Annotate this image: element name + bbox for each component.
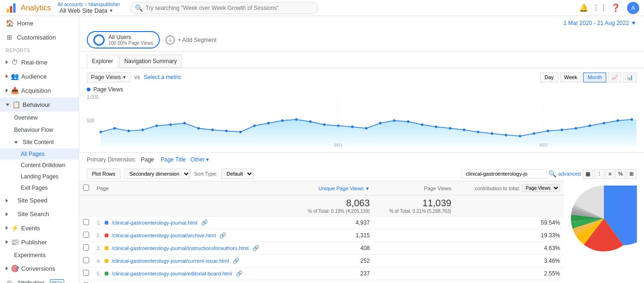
account-avatar[interactable]: A [627,2,639,14]
page-link[interactable]: /clinical-gastroenterology-journal.html [112,220,198,226]
plot-rows-button[interactable]: Plot Rows [87,169,121,179]
svg-point-41 [631,118,633,121]
search-input[interactable] [146,5,313,11]
sidebar-item-site-search[interactable]: Site Search [0,207,79,221]
metric-selector[interactable]: Page Views ▼ [87,72,131,82]
views-cell [373,267,455,280]
select-all-checkbox[interactable] [83,185,89,191]
row-checkbox[interactable] [83,219,89,225]
sidebar-item-behaviour-flow[interactable]: Behaviour Flow [0,124,79,136]
dim-page-title[interactable]: Page Title [159,155,188,164]
behaviour-icon: 📋 [12,101,20,108]
metric-label: Page Views [91,74,121,81]
page-link[interactable]: /clinical-gastroenterology-journal/curre… [112,258,229,264]
help-icon[interactable]: ❓ [611,3,620,13]
unique-views-cell: 408 [292,242,373,255]
svg-point-34 [533,132,535,135]
percent-view-button[interactable]: % [615,169,626,179]
week-button[interactable]: Week [560,73,582,82]
bar-chart-button[interactable]: 📊 [623,73,636,82]
external-link-icon[interactable]: 🔗 [201,219,208,226]
row-checkbox[interactable] [83,244,89,251]
dim-page[interactable]: Page [139,155,156,164]
views-cell [373,255,455,267]
sidebar-item-acquisition[interactable]: 📥 Acquisition [0,83,79,97]
sidebar-item-home[interactable]: 🏠 Home [0,16,79,30]
table-search-input[interactable] [462,169,546,178]
date-range-chevron[interactable]: ▼ [631,20,636,26]
advanced-link[interactable]: advanced [558,171,581,177]
line-chart-button[interactable]: 📈 [608,73,621,82]
sidebar-item-site-content[interactable]: Site Content [0,136,79,148]
sidebar-item-customisation[interactable]: ⊞ Customisation [0,30,79,44]
grid-view-button[interactable]: ▦ [583,169,593,179]
all-users-segment[interactable]: All Users 100.00% Page Views [87,31,160,49]
acquisition-label: Acquisition [21,87,51,94]
select-metric-link[interactable]: Select a metric [144,74,181,81]
chart-metric-label: Page Views [93,86,123,93]
sidebar-item-experiments[interactable]: Experiments [0,249,79,261]
comparison-view-button[interactable]: ⋮ [594,169,605,179]
day-button[interactable]: Day [540,73,558,82]
sidebar-item-audience[interactable]: 👥 Audience [0,69,79,83]
sidebar-item-overview[interactable]: Overview [0,112,79,124]
sidebar-item-conversions[interactable]: 🎯 Conversions [0,261,79,275]
tab-explorer[interactable]: Explorer [87,55,118,68]
contribution-metric-select[interactable]: Page Views [522,184,560,192]
sidebar-item-attribution[interactable]: ◎ Attribution BETA [0,275,79,283]
sidebar-item-behaviour[interactable]: 📋 Behaviour [0,97,79,112]
property-selector[interactable]: All Web Site Data ▼ [59,7,120,14]
notifications-icon[interactable]: 🔔 [579,3,588,13]
pivot-view-button[interactable]: ≡ [606,169,614,179]
lifecycle-view-button[interactable]: ⊞ [627,169,636,179]
svg-point-31 [491,132,493,135]
events-label: Events [21,225,40,232]
month-button[interactable]: Month [583,73,606,82]
apps-icon[interactable]: ⋮⋮ [595,3,604,13]
external-link-icon[interactable]: 🔗 [232,258,239,264]
dim-other[interactable]: Other ▾ [190,156,209,163]
add-segment-button[interactable]: + + Add Segment [165,35,216,45]
sort-select[interactable]: Default [221,169,254,179]
logo: Analytics [5,1,51,15]
page-views-header[interactable]: Page Views [373,181,455,195]
external-link-icon[interactable]: 🔗 [252,245,259,251]
expand-icon [6,212,8,216]
sidebar-item-site-speed[interactable]: Site Speed [0,194,79,207]
sidebar-item-content-drilldown[interactable]: Content Drilldown [0,160,79,171]
row-checkbox[interactable] [83,257,89,263]
unique-page-views-header[interactable]: Unique Page Views ▼ [292,181,373,195]
conversions-label: Conversions [21,265,55,272]
tab-navigation-summary[interactable]: Navigation Summary [119,55,182,68]
svg-text:2022: 2022 [539,143,548,146]
sort-arrow: ▼ [365,186,370,191]
sidebar-item-events[interactable]: ⚡ Events [0,221,79,235]
search-bar[interactable]: 🔍 [130,2,318,14]
site-content-label: Site Content [23,139,54,146]
row-checkbox[interactable] [83,232,89,238]
row-checkbox[interactable] [83,270,89,276]
attribution-icon: ◎ [6,279,13,283]
behaviour-flow-label: Behaviour Flow [14,127,53,133]
sidebar-item-publisher[interactable]: 📰 Publisher [0,235,79,249]
external-link-icon[interactable]: 🔗 [219,232,226,239]
chart-controls: Page Views ▼ vs Select a metric Day Week… [79,68,644,86]
row-number: 2. [97,233,101,238]
sidebar-item-all-pages[interactable]: All Pages [0,148,79,160]
svg-point-33 [519,135,521,137]
sidebar-item-exit-pages[interactable]: Exit Pages [0,182,79,194]
segment-circle [93,34,105,46]
page-link[interactable]: /clinical-gastroenterology-journal/archi… [112,233,216,238]
svg-point-28 [449,127,451,130]
search-icon[interactable]: 🔍 [548,170,556,178]
sidebar-item-landing-pages[interactable]: Landing Pages [0,171,79,182]
account-link[interactable]: hilanspublisher [89,2,120,7]
date-range-text[interactable]: 1 Mar 2020 - 21 Aug 2022 [563,20,629,26]
segment-sub: 100.00% Page Views [108,40,153,46]
page-link[interactable]: /clinical-gastroenterology-journal/instr… [112,245,248,251]
sidebar-item-realtime[interactable]: ⏱ Real-time [0,55,79,69]
external-link-icon[interactable]: 🔗 [236,270,243,277]
page-link[interactable]: /clinical-gastroenterology-journal/edito… [112,271,232,276]
all-accounts-link[interactable]: All accounts [58,2,83,7]
secondary-dimension-select[interactable]: Secondary dimension [124,169,190,179]
